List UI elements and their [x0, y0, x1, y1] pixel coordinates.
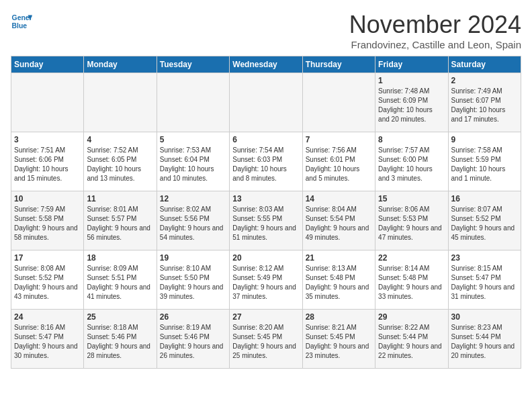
calendar-week-0: 1Sunrise: 7:48 AM Sunset: 6:09 PM Daylig… — [11, 73, 521, 132]
calendar-cell: 6Sunrise: 7:54 AM Sunset: 6:03 PM Daylig… — [230, 132, 302, 191]
title-block: November 2024 Frandovinez, Castille and … — [349, 11, 521, 50]
calendar-cell: 22Sunrise: 8:14 AM Sunset: 5:48 PM Dayli… — [375, 250, 448, 310]
day-number: 25 — [87, 312, 153, 322]
day-number: 5 — [160, 135, 226, 144]
day-number: 11 — [87, 194, 153, 203]
calendar-cell: 12Sunrise: 8:02 AM Sunset: 5:56 PM Dayli… — [157, 191, 229, 250]
day-info: Sunrise: 8:09 AM Sunset: 5:51 PM Dayligh… — [87, 264, 153, 302]
weekday-row: SundayMondayTuesdayWednesdayThursdayFrid… — [11, 56, 521, 73]
calendar-cell: 27Sunrise: 8:20 AM Sunset: 5:45 PM Dayli… — [230, 310, 302, 369]
day-info: Sunrise: 8:20 AM Sunset: 5:45 PM Dayligh… — [232, 323, 299, 361]
day-number: 24 — [14, 312, 81, 322]
calendar-cell — [302, 73, 375, 132]
calendar-cell: 13Sunrise: 8:03 AM Sunset: 5:55 PM Dayli… — [230, 191, 302, 250]
day-number: 28 — [306, 312, 372, 322]
day-number: 4 — [87, 135, 153, 144]
calendar-cell: 3Sunrise: 7:51 AM Sunset: 6:06 PM Daylig… — [11, 132, 84, 191]
day-number: 8 — [378, 135, 445, 144]
day-info: Sunrise: 7:48 AM Sunset: 6:09 PM Dayligh… — [378, 87, 445, 124]
weekday-header-monday: Monday — [84, 56, 157, 73]
day-number: 22 — [378, 253, 445, 263]
day-number: 13 — [232, 194, 299, 203]
day-info: Sunrise: 8:13 AM Sunset: 5:48 PM Dayligh… — [306, 264, 372, 302]
day-number: 21 — [306, 253, 372, 263]
day-info: Sunrise: 8:18 AM Sunset: 5:46 PM Dayligh… — [87, 323, 153, 361]
day-info: Sunrise: 7:56 AM Sunset: 6:01 PM Dayligh… — [306, 146, 372, 183]
location: Frandovinez, Castille and Leon, Spain — [349, 39, 521, 50]
day-number: 9 — [451, 135, 518, 144]
day-number: 6 — [232, 135, 299, 144]
day-info: Sunrise: 7:59 AM Sunset: 5:58 PM Dayligh… — [14, 205, 81, 242]
calendar-cell: 15Sunrise: 8:06 AM Sunset: 5:53 PM Dayli… — [375, 191, 448, 250]
day-number: 1 — [378, 76, 445, 85]
logo-icon: General Blue — [11, 11, 32, 32]
day-number: 26 — [160, 312, 226, 322]
calendar-cell: 16Sunrise: 8:07 AM Sunset: 5:52 PM Dayli… — [448, 191, 521, 250]
day-info: Sunrise: 8:23 AM Sunset: 5:44 PM Dayligh… — [451, 323, 518, 361]
weekday-header-tuesday: Tuesday — [157, 56, 229, 73]
day-info: Sunrise: 8:10 AM Sunset: 5:50 PM Dayligh… — [160, 264, 226, 302]
day-info: Sunrise: 8:07 AM Sunset: 5:52 PM Dayligh… — [451, 205, 518, 242]
calendar-cell: 21Sunrise: 8:13 AM Sunset: 5:48 PM Dayli… — [302, 250, 375, 310]
day-info: Sunrise: 7:53 AM Sunset: 6:04 PM Dayligh… — [160, 146, 226, 183]
calendar-cell: 4Sunrise: 7:52 AM Sunset: 6:05 PM Daylig… — [84, 132, 157, 191]
calendar-cell: 19Sunrise: 8:10 AM Sunset: 5:50 PM Dayli… — [157, 250, 229, 310]
calendar-cell: 1Sunrise: 7:48 AM Sunset: 6:09 PM Daylig… — [375, 73, 448, 132]
calendar-cell: 30Sunrise: 8:23 AM Sunset: 5:44 PM Dayli… — [448, 310, 521, 369]
calendar-cell: 17Sunrise: 8:08 AM Sunset: 5:52 PM Dayli… — [11, 250, 84, 310]
calendar-cell: 7Sunrise: 7:56 AM Sunset: 6:01 PM Daylig… — [302, 132, 375, 191]
calendar-cell: 8Sunrise: 7:57 AM Sunset: 6:00 PM Daylig… — [375, 132, 448, 191]
calendar-cell: 14Sunrise: 8:04 AM Sunset: 5:54 PM Dayli… — [302, 191, 375, 250]
weekday-header-wednesday: Wednesday — [230, 56, 302, 73]
calendar-cell — [157, 73, 229, 132]
day-info: Sunrise: 8:04 AM Sunset: 5:54 PM Dayligh… — [306, 205, 372, 242]
day-info: Sunrise: 8:02 AM Sunset: 5:56 PM Dayligh… — [160, 205, 226, 242]
day-number: 10 — [14, 194, 81, 203]
day-info: Sunrise: 8:19 AM Sunset: 5:46 PM Dayligh… — [160, 323, 226, 361]
calendar-cell: 20Sunrise: 8:12 AM Sunset: 5:49 PM Dayli… — [230, 250, 302, 310]
day-info: Sunrise: 7:54 AM Sunset: 6:03 PM Dayligh… — [232, 146, 299, 183]
day-info: Sunrise: 8:15 AM Sunset: 5:47 PM Dayligh… — [451, 264, 518, 302]
calendar-cell — [230, 73, 302, 132]
calendar-cell: 24Sunrise: 8:16 AM Sunset: 5:47 PM Dayli… — [11, 310, 84, 369]
day-info: Sunrise: 8:16 AM Sunset: 5:47 PM Dayligh… — [14, 323, 81, 361]
day-number: 12 — [160, 194, 226, 203]
weekday-header-thursday: Thursday — [302, 56, 375, 73]
svg-text:Blue: Blue — [12, 22, 28, 30]
month-title: November 2024 — [349, 11, 521, 39]
calendar-week-4: 24Sunrise: 8:16 AM Sunset: 5:47 PM Dayli… — [11, 310, 521, 369]
day-number: 15 — [378, 194, 445, 203]
day-info: Sunrise: 8:03 AM Sunset: 5:55 PM Dayligh… — [232, 205, 299, 242]
calendar-cell: 18Sunrise: 8:09 AM Sunset: 5:51 PM Dayli… — [84, 250, 157, 310]
day-info: Sunrise: 7:57 AM Sunset: 6:00 PM Dayligh… — [378, 146, 445, 183]
calendar-cell: 23Sunrise: 8:15 AM Sunset: 5:47 PM Dayli… — [448, 250, 521, 310]
calendar-week-3: 17Sunrise: 8:08 AM Sunset: 5:52 PM Dayli… — [11, 250, 521, 310]
calendar-cell: 10Sunrise: 7:59 AM Sunset: 5:58 PM Dayli… — [11, 191, 84, 250]
day-number: 30 — [451, 312, 518, 322]
page-header: General Blue November 2024 Frandovinez, … — [11, 11, 521, 50]
weekday-header-saturday: Saturday — [448, 56, 521, 73]
day-number: 18 — [87, 253, 153, 263]
day-number: 27 — [232, 312, 299, 322]
calendar-week-1: 3Sunrise: 7:51 AM Sunset: 6:06 PM Daylig… — [11, 132, 521, 191]
day-info: Sunrise: 8:12 AM Sunset: 5:49 PM Dayligh… — [232, 264, 299, 302]
day-info: Sunrise: 7:49 AM Sunset: 6:07 PM Dayligh… — [451, 87, 518, 124]
calendar-cell: 26Sunrise: 8:19 AM Sunset: 5:46 PM Dayli… — [157, 310, 229, 369]
day-info: Sunrise: 7:52 AM Sunset: 6:05 PM Dayligh… — [87, 146, 153, 183]
calendar-header: SundayMondayTuesdayWednesdayThursdayFrid… — [11, 56, 521, 73]
day-number: 17 — [14, 253, 81, 263]
logo: General Blue — [11, 11, 32, 32]
day-info: Sunrise: 8:21 AM Sunset: 5:45 PM Dayligh… — [306, 323, 372, 361]
calendar-cell: 29Sunrise: 8:22 AM Sunset: 5:44 PM Dayli… — [375, 310, 448, 369]
day-number: 3 — [14, 135, 81, 144]
calendar-cell: 28Sunrise: 8:21 AM Sunset: 5:45 PM Dayli… — [302, 310, 375, 369]
calendar-cell: 2Sunrise: 7:49 AM Sunset: 6:07 PM Daylig… — [448, 73, 521, 132]
day-number: 23 — [451, 253, 518, 263]
day-info: Sunrise: 8:01 AM Sunset: 5:57 PM Dayligh… — [87, 205, 153, 242]
day-info: Sunrise: 8:08 AM Sunset: 5:52 PM Dayligh… — [14, 264, 81, 302]
day-number: 20 — [232, 253, 299, 263]
day-number: 29 — [378, 312, 445, 322]
day-number: 19 — [160, 253, 226, 263]
day-info: Sunrise: 8:06 AM Sunset: 5:53 PM Dayligh… — [378, 205, 445, 242]
day-number: 2 — [451, 76, 518, 85]
